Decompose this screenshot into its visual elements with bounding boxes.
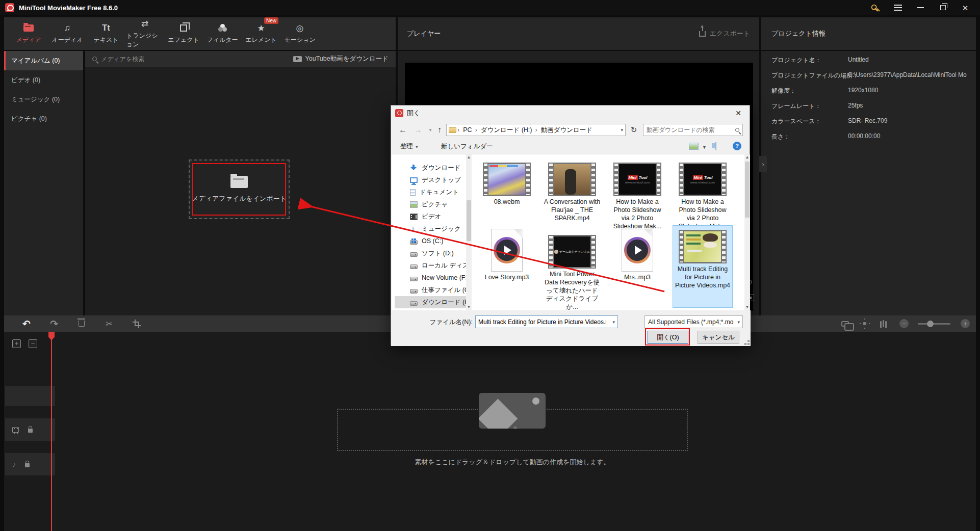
address-dropdown-icon[interactable]: ▾ xyxy=(621,127,623,132)
video-track-header[interactable] xyxy=(5,418,55,441)
undo-button[interactable]: ↶ xyxy=(18,315,35,332)
up-button[interactable]: ↑ xyxy=(434,125,445,135)
file-item[interactable]: Mini Toolwww.minitool.com How to Make a … xyxy=(608,161,667,231)
panel-collapse-handle[interactable]: › xyxy=(759,156,767,172)
tab-media[interactable]: メディア xyxy=(10,19,47,48)
minimize-button[interactable] xyxy=(913,2,928,14)
export-button[interactable]: エクスポート xyxy=(699,29,750,38)
refresh-button[interactable]: ↻ xyxy=(629,125,639,135)
playhead-handle[interactable] xyxy=(48,332,55,340)
add-track-button[interactable]: + xyxy=(12,339,21,348)
filetype-filter-dropdown[interactable]: All Supported Files (*.mp4;*.mo ▾ xyxy=(644,315,743,328)
sidebar-item-music[interactable]: ミュージック (0) xyxy=(4,90,83,109)
delete-button[interactable] xyxy=(73,315,90,332)
redo-button[interactable]: ↷ xyxy=(46,315,62,332)
youtube-download-button[interactable]: YouTube動画をダウンロード xyxy=(293,55,389,63)
breadcrumb-pc[interactable]: PC xyxy=(456,126,474,134)
view-mode-dropdown[interactable]: ▼ xyxy=(702,145,707,150)
timeline-zoom-slider[interactable] xyxy=(918,323,950,325)
forward-button[interactable]: → xyxy=(412,125,424,135)
back-button[interactable]: ← xyxy=(397,125,408,135)
breadcrumb-folder[interactable]: 動画ダウンロード xyxy=(534,126,595,135)
media-search-input[interactable] xyxy=(101,56,203,63)
breadcrumb-drive[interactable]: ダウンロード (H:) xyxy=(474,126,534,135)
fit-timeline-button[interactable] xyxy=(875,315,891,332)
framerate-value: 25fps xyxy=(848,102,972,109)
key-icon xyxy=(870,2,882,14)
split-button[interactable]: ✂ xyxy=(101,315,117,332)
drive-icon xyxy=(410,301,418,306)
filename-input[interactable] xyxy=(476,318,606,326)
hamburger-icon xyxy=(894,7,902,8)
lock-icon[interactable] xyxy=(28,429,33,433)
tab-effect[interactable]: エフェクト xyxy=(165,19,202,48)
menu-button[interactable] xyxy=(890,2,906,14)
attach-button[interactable] xyxy=(837,315,853,332)
video-thumbnail: Mini Toolwww.minitool.com xyxy=(613,163,661,196)
player-header: プレイヤー エクスポート xyxy=(398,17,759,50)
sidebar-item-my-album[interactable]: マイアルバム (0) xyxy=(4,51,83,70)
close-button[interactable]: ✕ xyxy=(958,2,973,14)
address-bar[interactable]: PC ダウンロード (H:) 動画ダウンロード ▾ xyxy=(446,124,626,136)
tab-element[interactable]: New★エレメント xyxy=(243,19,279,48)
nav-drive-c[interactable]: OS (C:) xyxy=(395,235,466,247)
nav-videos[interactable]: ビデオ xyxy=(395,210,466,223)
nav-drive-e[interactable]: ローカル ディスク (E xyxy=(395,259,466,272)
import-media-dropzone[interactable]: メディアファイルをインポート xyxy=(189,160,290,219)
tab-transition[interactable]: ⇄トランジション xyxy=(126,19,163,48)
view-mode-icon[interactable] xyxy=(689,143,699,150)
nav-documents[interactable]: ドキュメント xyxy=(395,186,466,198)
dialog-command-bar: 整理 ▼ 新しいフォルダー ▼ ? xyxy=(391,139,750,154)
file-item[interactable]: Mini Toolwww.minitool.com How to Make a … xyxy=(673,161,732,231)
sidebar-item-picture[interactable]: ピクチャ (0) xyxy=(4,109,83,128)
filename-dropdown-icon[interactable]: ▾ xyxy=(612,320,617,325)
tab-motion[interactable]: ◎モーション xyxy=(281,19,318,48)
video-thumbnail xyxy=(548,163,596,196)
file-item[interactable]: 08.webm xyxy=(477,161,536,206)
titlebar: MiniTool MovieMaker Free 8.6.0 ✕ xyxy=(0,0,980,15)
drive-icon xyxy=(410,289,418,294)
nav-drive-d[interactable]: ソフト (D:) xyxy=(395,247,466,259)
preview-pane-icon[interactable] xyxy=(715,142,716,150)
resize-grip[interactable] xyxy=(747,343,750,345)
help-button[interactable]: ? xyxy=(733,142,741,150)
license-key-button[interactable] xyxy=(868,2,883,14)
zoom-slider-thumb[interactable] xyxy=(927,321,934,327)
file-item[interactable]: Love Story.mp3 xyxy=(477,226,536,282)
nav-drive-f[interactable]: New Volume (F:) xyxy=(395,272,466,284)
snap-button[interactable] xyxy=(857,315,873,332)
remove-track-button[interactable]: − xyxy=(29,339,37,348)
filelist-scrollbar[interactable]: ▲▼ xyxy=(744,154,750,310)
nav-desktop[interactable]: デスクトップ xyxy=(395,174,466,186)
nav-drive-g[interactable]: 仕事ファイル (G:) xyxy=(395,284,466,296)
audio-track-header[interactable]: ♪ xyxy=(5,453,55,475)
sidebar-item-video[interactable]: ビデオ (0) xyxy=(4,70,83,90)
nav-pictures[interactable]: ピクチャ xyxy=(395,198,466,210)
framerate-label: フレームレート： xyxy=(771,102,821,111)
organize-menu[interactable]: 整理 ▼ xyxy=(400,142,419,151)
zoom-out-button[interactable]: − xyxy=(899,319,909,328)
zoom-in-button[interactable]: + xyxy=(961,319,970,328)
os-drive-icon xyxy=(410,240,418,245)
file-item[interactable]: A Conversation with Flau'jae _ THE SPARK… xyxy=(543,161,602,223)
file-item[interactable]: ゲーム老人チャンネル Mini Tool Power Data Recovery… xyxy=(543,226,602,311)
image-placeholder-icon xyxy=(479,393,546,429)
nav-music[interactable]: ミュージック xyxy=(395,223,466,235)
tab-filter[interactable]: フィルター xyxy=(204,19,241,48)
tab-audio[interactable]: ♫オーディオ xyxy=(49,19,86,48)
crop-button[interactable] xyxy=(128,315,145,332)
open-button[interactable]: 開く(O) xyxy=(648,331,688,344)
file-item[interactable]: Mrs..mp3 xyxy=(608,226,667,282)
dialog-close-button[interactable]: ✕ xyxy=(731,108,745,119)
new-folder-button[interactable]: 新しいフォルダー xyxy=(441,142,493,151)
dialog-search-input[interactable] xyxy=(647,126,728,134)
lock-icon[interactable] xyxy=(25,463,30,467)
nav-downloads[interactable]: ダウンロード xyxy=(395,162,466,174)
navpane-scrollbar[interactable]: ▲▼ xyxy=(466,154,472,310)
tab-text[interactable]: Ttテキスト xyxy=(88,19,124,48)
cancel-button[interactable]: キャンセル xyxy=(698,331,739,344)
maximize-button[interactable] xyxy=(935,2,950,14)
nav-drive-h[interactable]: ダウンロード (H:) xyxy=(395,296,466,308)
file-item-selected[interactable]: Multi track Editing for Picture in Pictu… xyxy=(673,226,732,307)
dialog-search-box xyxy=(643,124,743,136)
